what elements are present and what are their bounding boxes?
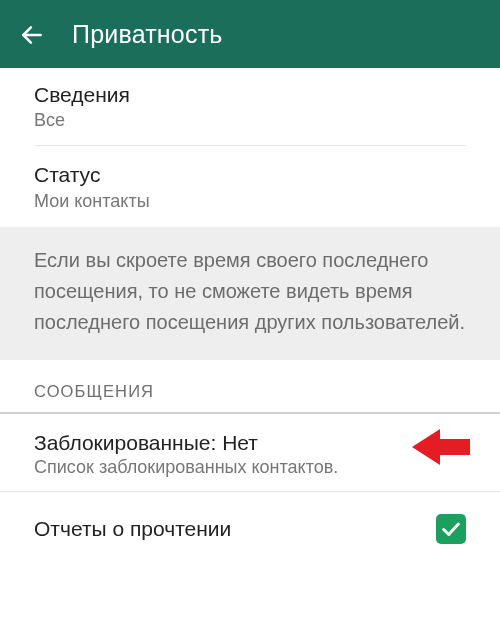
check-icon bbox=[440, 518, 462, 540]
app-header: Приватность bbox=[0, 0, 500, 68]
arrow-back-icon bbox=[19, 22, 45, 48]
setting-blocked-sub: Список заблокированных контактов. bbox=[34, 457, 466, 478]
setting-status-value: Мои контакты bbox=[34, 191, 466, 212]
setting-blocked-title: Заблокированные: Нет bbox=[34, 431, 466, 455]
setting-blocked[interactable]: Заблокированные: Нет Список заблокирован… bbox=[0, 414, 500, 491]
setting-status[interactable]: Статус Мои контакты bbox=[0, 146, 500, 226]
setting-status-title: Статус bbox=[34, 161, 466, 189]
setting-about-title: Сведения bbox=[34, 81, 466, 109]
setting-read-receipts-title: Отчеты о прочтении bbox=[34, 517, 231, 541]
page-title: Приватность bbox=[72, 20, 223, 49]
setting-about[interactable]: Сведения Все bbox=[0, 68, 500, 145]
back-button[interactable] bbox=[18, 21, 46, 49]
read-receipts-checkbox[interactable] bbox=[436, 514, 466, 544]
last-seen-info: Если вы скроете время своего последнего … bbox=[0, 227, 500, 360]
setting-about-value: Все bbox=[34, 110, 466, 131]
section-header-messages: СООБЩЕНИЯ bbox=[0, 360, 500, 412]
setting-read-receipts[interactable]: Отчеты о прочтении bbox=[0, 492, 500, 554]
